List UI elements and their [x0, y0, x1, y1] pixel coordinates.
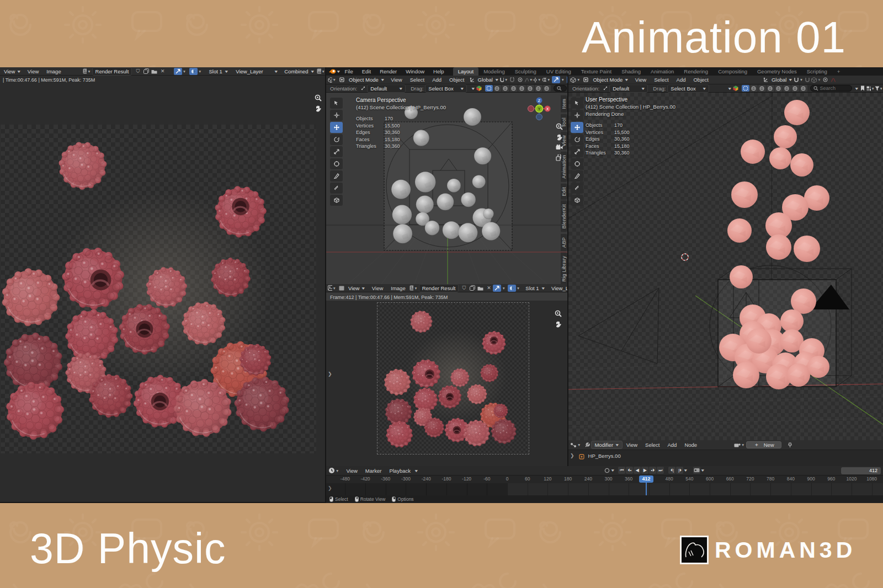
- auto-keying-button[interactable]: [603, 467, 610, 474]
- unlink-image-icon[interactable]: ✕: [158, 68, 167, 75]
- menu-add[interactable]: Add: [664, 442, 681, 448]
- search-field[interactable]: [810, 85, 852, 92]
- render-pass-dropdown[interactable]: Combined▼: [281, 68, 317, 75]
- pan-hand-icon[interactable]: [314, 104, 322, 112]
- image-datablock-icon[interactable]: ▼: [83, 68, 91, 75]
- menu-add[interactable]: Add: [428, 77, 445, 83]
- strip-select-icon[interactable]: [485, 85, 493, 92]
- node-datablock-icon[interactable]: ▼: [734, 441, 744, 448]
- open-image-folder-icon[interactable]: [150, 68, 158, 75]
- editor-type-icon[interactable]: ▼: [570, 441, 581, 448]
- strip-people-icon[interactable]: [758, 85, 766, 92]
- editor-type-icon[interactable]: ▼: [570, 76, 580, 83]
- strip-select-icon[interactable]: [742, 85, 749, 92]
- menu-object[interactable]: Object: [689, 77, 712, 83]
- menu-playback[interactable]: Playback: [385, 468, 414, 474]
- filter-icon[interactable]: ▼: [875, 85, 883, 92]
- image-editor-mode-dropdown[interactable]: View▼: [345, 285, 368, 292]
- workspace-tab-rendering[interactable]: Rendering: [679, 67, 713, 76]
- menu-view[interactable]: View: [24, 68, 42, 74]
- zoom-icon[interactable]: [314, 94, 322, 101]
- editor-type-icon[interactable]: ▼: [328, 467, 339, 474]
- strip-brush-icon[interactable]: [543, 85, 551, 92]
- snapping-icon[interactable]: ▼: [794, 76, 803, 83]
- workspace-tab-texture-paint[interactable]: Texture Paint: [576, 67, 616, 76]
- topbar-menu-file[interactable]: File: [340, 68, 357, 74]
- menu-add[interactable]: Add: [673, 77, 690, 83]
- tool-select-box-button[interactable]: [571, 98, 583, 109]
- play-reverse-button[interactable]: ◀: [634, 467, 641, 474]
- color-channels-icon[interactable]: ▼: [317, 68, 325, 75]
- strip-brush-icon[interactable]: [800, 85, 807, 92]
- orientation-dropdown[interactable]: Global▼: [477, 76, 500, 83]
- render-view-icon[interactable]: [493, 285, 501, 292]
- tool-rotate-button[interactable]: [330, 134, 343, 145]
- play-button[interactable]: ▶: [641, 467, 648, 474]
- image-datablock-name[interactable]: Render Result: [419, 284, 459, 292]
- orientation-default-dropdown[interactable]: Default▼: [367, 84, 406, 93]
- fake-user-icon[interactable]: ⛉: [460, 285, 468, 292]
- bookmark-icon[interactable]: [858, 85, 866, 92]
- tool-scale-button[interactable]: [330, 146, 343, 157]
- magnet-icon[interactable]: [508, 76, 516, 83]
- menu-view[interactable]: View: [342, 468, 361, 474]
- workspace-tab-modeling[interactable]: Modeling: [478, 67, 510, 76]
- workspace-tab-+[interactable]: +: [832, 67, 845, 76]
- zoom-icon[interactable]: [555, 122, 563, 130]
- workspace-tab-sculpting[interactable]: Sculpting: [510, 67, 541, 76]
- viewport-shading-rendered-icon[interactable]: [567, 76, 567, 83]
- previous-keyframe-button[interactable]: ⏴•: [626, 467, 633, 474]
- tool-annotate-button[interactable]: [571, 170, 583, 181]
- sidebar-tab-edit[interactable]: Edit: [561, 184, 567, 200]
- tool-measure-button[interactable]: [330, 183, 343, 194]
- editor-type-icon[interactable]: ▼: [328, 285, 336, 292]
- timeline-ruler[interactable]: -480-420-360-300-240-180-120-60060120180…: [326, 475, 883, 483]
- tool-rotate-button[interactable]: [571, 134, 583, 145]
- jump-to-start-button[interactable]: ⏮: [618, 467, 625, 474]
- menu-select[interactable]: Select: [406, 77, 428, 83]
- render-slot-dropdown[interactable]: Slot 1▼: [523, 285, 547, 292]
- duplicate-image-icon[interactable]: [142, 68, 150, 75]
- menu-object[interactable]: Object: [445, 77, 468, 83]
- timeline-tracks[interactable]: ❯: [326, 483, 883, 495]
- next-keyframe-button[interactable]: •⏵: [649, 467, 656, 474]
- pan-hand-icon[interactable]: [554, 320, 562, 328]
- tool-add-cube-button[interactable]: [571, 195, 583, 206]
- menu-marker[interactable]: Marker: [361, 468, 386, 474]
- strip-world-icon[interactable]: [767, 85, 774, 92]
- strip-zigzag-icon[interactable]: [791, 85, 799, 92]
- editor-type-icon[interactable]: ▼: [328, 76, 336, 83]
- orientation-default-dropdown[interactable]: Default▼: [609, 84, 648, 93]
- cube-snap-icon[interactable]: ▼: [811, 76, 821, 83]
- topbar-menu-edit[interactable]: Edit: [358, 68, 375, 74]
- pan-hand-icon[interactable]: [555, 133, 563, 141]
- strip-stamp-icon[interactable]: [775, 85, 783, 92]
- image-datablock-icon[interactable]: ▼: [409, 285, 418, 292]
- view-layer-dropdown[interactable]: View_Layer▼: [233, 68, 280, 75]
- menu-view[interactable]: View: [631, 77, 650, 83]
- display-channels-icon[interactable]: [189, 68, 198, 75]
- strip-stamp-icon[interactable]: [518, 85, 526, 92]
- snapping-icon[interactable]: ▼: [499, 76, 508, 83]
- sidebar-tab-rig-library[interactable]: Rig Library: [561, 253, 567, 284]
- tool-measure-button[interactable]: [571, 183, 583, 194]
- workspace-tab-layout[interactable]: Layout: [453, 67, 479, 76]
- menu-image[interactable]: Image: [42, 68, 65, 74]
- xray-toggle-icon[interactable]: [552, 76, 560, 83]
- display-mode-icon[interactable]: ▼: [866, 85, 875, 92]
- fake-user-icon[interactable]: ⛉: [134, 68, 142, 75]
- search-field[interactable]: [554, 85, 567, 92]
- menu-select[interactable]: Select: [641, 442, 663, 448]
- blender-logo-icon[interactable]: [329, 68, 336, 74]
- display-channels-icon[interactable]: [508, 285, 516, 292]
- show-gizmo-icon[interactable]: ▼: [533, 76, 541, 83]
- sidebar-tab-abp[interactable]: ABP: [561, 234, 567, 251]
- image-editor-mode-dropdown[interactable]: View▼: [1, 68, 24, 75]
- topbar-menu-window[interactable]: Window: [401, 68, 429, 74]
- tool-cursor-button[interactable]: [330, 110, 343, 121]
- menu-select[interactable]: Select: [650, 77, 672, 83]
- mid-render-canvas[interactable]: ❯: [326, 301, 567, 466]
- menu-node[interactable]: Node: [680, 442, 701, 448]
- render-view-icon[interactable]: [174, 68, 182, 75]
- render-slot-dropdown[interactable]: Slot 1▼: [206, 68, 231, 75]
